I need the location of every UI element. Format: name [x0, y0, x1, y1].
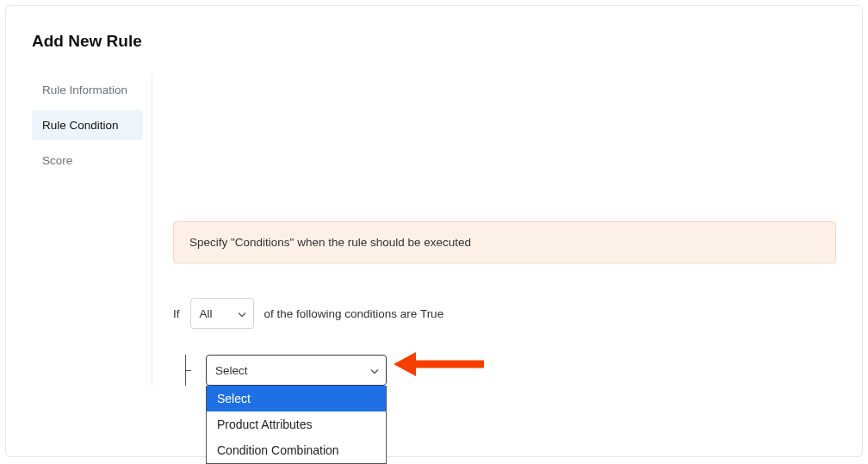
chevron-down-icon [370, 364, 379, 377]
dropdown-option-label: Select [217, 392, 251, 405]
tree-connector [185, 355, 192, 386]
condition-type-dropdown: Select Product Attributes Condition Comb… [206, 386, 387, 464]
sidebar-item-label: Score [42, 154, 72, 167]
condition-type-value: Select [215, 364, 248, 377]
type-select-wrap: Select Select Product Attributes [206, 355, 387, 386]
rule-panel: Add New Rule Rule Information Rule Condi… [5, 5, 863, 457]
info-box: Specify "Conditions" when the rule shoul… [173, 221, 836, 263]
sidebar-item-label: Rule Condition [42, 119, 119, 132]
dropdown-option-select[interactable]: Select [207, 386, 386, 411]
if-label: If [173, 307, 180, 320]
sidebar-item-rule-information[interactable]: Rule Information [32, 75, 143, 105]
info-box-text: Specify "Conditions" when the rule shoul… [189, 236, 471, 249]
content: Specify "Conditions" when the rule shoul… [173, 75, 836, 386]
sidebar-item-score[interactable]: Score [32, 145, 143, 176]
sidebar-item-label: Rule Information [42, 84, 127, 96]
dropdown-option-label: Product Attributes [217, 418, 313, 431]
condition-tree-row: Select Select Product Attributes [185, 355, 836, 386]
sidebar: Rule Information Rule Condition Score [32, 75, 152, 386]
match-type-value: All [200, 307, 213, 320]
match-type-select[interactable]: All [190, 298, 254, 329]
page-title: Add New Rule [32, 32, 836, 51]
condition-row: If All of the following conditions are T… [173, 298, 836, 329]
condition-type-select[interactable]: Select [206, 355, 387, 386]
sidebar-item-rule-condition[interactable]: Rule Condition [32, 110, 143, 140]
condition-suffix: of the following conditions are True [264, 307, 444, 320]
chevron-down-icon [238, 307, 246, 320]
dropdown-option-product-attributes[interactable]: Product Attributes [207, 411, 386, 437]
dropdown-option-condition-combination[interactable]: Condition Combination [207, 437, 386, 463]
dropdown-option-label: Condition Combination [217, 443, 339, 457]
layout: Rule Information Rule Condition Score Sp… [32, 75, 836, 386]
